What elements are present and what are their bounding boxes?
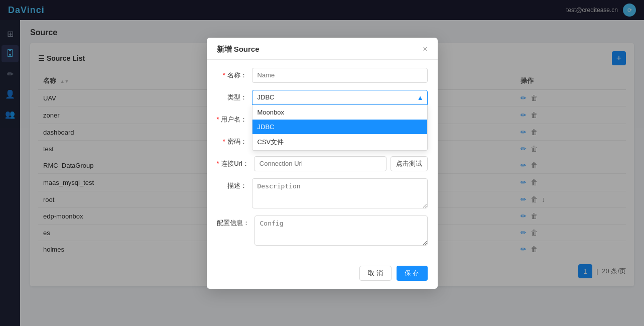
connection-url-label: 连接Url： <box>217 156 254 171</box>
description-input[interactable] <box>252 178 428 208</box>
type-select-wrapper: JDBC ▲ Moonbox JDBC CSV文件 <box>252 90 428 105</box>
modal-body: 名称： 类型： JDBC ▲ Moonbox JDBC CSV文件 <box>207 60 438 261</box>
option-jdbc[interactable]: JDBC <box>252 120 427 134</box>
test-connection-button[interactable]: 点击测试 <box>391 156 428 171</box>
type-select[interactable]: JDBC ▲ <box>252 90 428 105</box>
username-label: 用户名： <box>217 112 252 127</box>
type-dropdown-list: Moonbox JDBC CSV文件 <box>252 105 428 151</box>
config-input[interactable] <box>254 215 428 246</box>
description-label: 描述： <box>217 178 252 193</box>
option-csv[interactable]: CSV文件 <box>252 134 427 150</box>
modal-title: 新增 Source <box>217 45 260 54</box>
password-label: 密码： <box>217 134 252 149</box>
form-row-description: 描述： <box>217 178 428 208</box>
cancel-button[interactable]: 取 消 <box>359 266 392 281</box>
name-label: 名称： <box>217 68 252 83</box>
modal-header: 新增 Source × <box>207 38 438 60</box>
connection-url-input[interactable] <box>254 156 387 171</box>
config-label: 配置信息： <box>217 215 254 231</box>
modal-footer: 取 消 保 存 <box>207 261 438 289</box>
form-row-connection-url: 连接Url： 点击测试 <box>217 156 428 171</box>
form-row-type: 类型： JDBC ▲ Moonbox JDBC CSV文件 <box>217 90 428 105</box>
form-row-name: 名称： <box>217 68 428 83</box>
type-label: 类型： <box>217 90 252 105</box>
chevron-up-icon: ▲ <box>417 93 424 101</box>
form-row-config: 配置信息： <box>217 215 428 246</box>
save-button[interactable]: 保 存 <box>397 266 428 281</box>
type-selected-value: JDBC <box>257 93 275 101</box>
option-moonbox[interactable]: Moonbox <box>252 105 427 120</box>
connection-row: 点击测试 <box>254 156 428 171</box>
name-input[interactable] <box>252 68 428 83</box>
modal: 新增 Source × 名称： 类型： JDBC ▲ Moonbox <box>207 38 438 289</box>
modal-overlay: 新增 Source × 名称： 类型： JDBC ▲ Moonbox <box>0 0 644 326</box>
modal-close-button[interactable]: × <box>423 45 427 54</box>
